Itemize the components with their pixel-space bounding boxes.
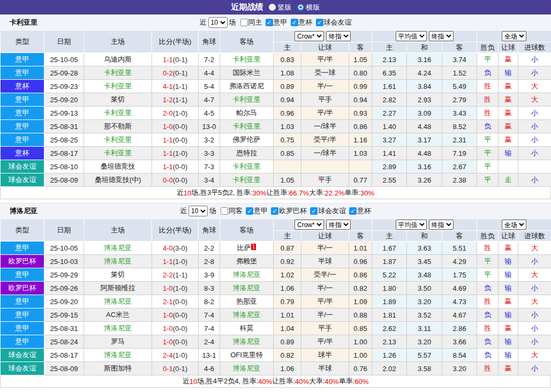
handicap-line: 平手 xyxy=(301,322,349,335)
summary-segment: 10 xyxy=(190,378,197,386)
bookmaker-select[interactable]: Crow* xyxy=(295,31,324,41)
match-count-select[interactable]: 10 xyxy=(208,17,228,28)
goals-result: 大 xyxy=(518,349,551,362)
match-date: 25-09-26 xyxy=(44,282,84,295)
home-team[interactable]: 斯图加特 xyxy=(84,362,152,375)
home-team[interactable]: 博洛尼亚 xyxy=(84,255,152,268)
home-team[interactable]: 博洛尼亚 xyxy=(84,349,152,362)
away-team[interactable]: 科莫 xyxy=(220,322,274,335)
league-checkbox[interactable]: ✓ xyxy=(291,19,298,26)
team-name: 卡利亚里 xyxy=(10,18,37,27)
average-select[interactable]: 平均值 xyxy=(396,220,427,230)
home-team[interactable]: 卡利亚里 xyxy=(84,80,152,93)
match-date: 25-09-29 xyxy=(44,268,84,282)
away-team[interactable]: 帕尔马 xyxy=(220,107,274,120)
match-row: 意甲25-10-05博洛尼亚4-0(3-0)2-2比萨10.87半/一1.011… xyxy=(1,242,551,255)
avg-away-odds: 4.29 xyxy=(442,255,477,268)
match-count-select[interactable]: 10 xyxy=(188,206,208,216)
avg-draw-odds: 4.24 xyxy=(407,66,442,80)
away-team[interactable]: 博洛尼亚 xyxy=(220,335,274,349)
match-row: 球会友谊25-08-10桑坦德竞技1-1(0-0)7-3卡利亚里2.893.16… xyxy=(1,160,551,174)
league-checkbox[interactable]: ✓ xyxy=(266,19,273,26)
handicap-away-odds: 0.80 xyxy=(349,66,372,80)
home-team[interactable]: 博洛尼亚 xyxy=(84,322,152,335)
away-team[interactable]: 博洛尼亚 xyxy=(220,308,274,322)
away-team[interactable]: 佛罗伦萨 xyxy=(220,133,274,147)
home-team[interactable]: 罗马 xyxy=(84,335,152,349)
home-team[interactable]: AC米兰 xyxy=(84,308,152,322)
home-team[interactable]: 卡利亚里 xyxy=(84,147,152,160)
away-team[interactable]: 热那亚 xyxy=(220,295,274,308)
home-team[interactable]: 阿斯顿维拉 xyxy=(84,282,152,295)
competition-badge: 意甲 xyxy=(1,66,44,80)
league-checkbox[interactable]: ✓ xyxy=(349,207,357,215)
handicap-result: 赢 xyxy=(499,107,518,120)
away-team[interactable]: 弗洛西诺尼 xyxy=(220,80,274,93)
competition-badge: 球会友谊 xyxy=(1,362,44,375)
avg-away-odds: 2.86 xyxy=(442,322,477,335)
handicap-result: 输 xyxy=(499,147,518,160)
home-team[interactable]: 卡利亚里 xyxy=(84,107,152,120)
avg-draw-odds: 5.57 xyxy=(407,349,442,362)
league-checkbox[interactable]: ✓ xyxy=(246,207,253,215)
horizontal-layout-radio[interactable] xyxy=(297,4,304,11)
home-team[interactable]: 莱切 xyxy=(84,268,152,282)
away-team[interactable]: 卡利亚里 xyxy=(220,53,274,66)
bookmaker-select[interactable]: Crow* xyxy=(295,220,324,230)
avg-away-odds: 3.74 xyxy=(442,53,477,66)
vertical-layout-radio[interactable] xyxy=(269,4,276,11)
score: 4-1(1-1) xyxy=(152,80,199,93)
away-team[interactable]: 卡利亚里 xyxy=(220,174,274,187)
home-team[interactable]: 那不勒斯 xyxy=(84,120,152,133)
away-team[interactable]: 卡利亚里 xyxy=(220,93,274,107)
away-team[interactable]: 比萨1 xyxy=(220,242,274,255)
home-team[interactable]: 桑坦德竞技 xyxy=(84,160,152,174)
scope-select[interactable]: 全场 xyxy=(502,31,526,41)
scope-select[interactable]: 全场 xyxy=(502,220,526,230)
home-team[interactable]: 博洛尼亚 xyxy=(84,242,152,255)
away-team[interactable]: 博洛尼亚 xyxy=(220,282,274,295)
away-team[interactable]: 博洛尼亚 xyxy=(220,362,274,375)
same-venue-checkbox[interactable] xyxy=(221,207,228,215)
col-type: 类型 xyxy=(1,219,44,242)
handicap-line: 平手 xyxy=(301,93,349,107)
away-team[interactable]: 弗赖堡 xyxy=(220,255,274,268)
away-team[interactable]: OFI克里特 xyxy=(220,349,274,362)
league-checkbox[interactable]: ✓ xyxy=(271,207,278,215)
match-date: 25-08-09 xyxy=(44,174,84,187)
home-team[interactable]: 桑坦德竞技(中) xyxy=(84,174,152,187)
avg-home-odds: 1.40 xyxy=(372,120,407,133)
handicap-result: 赢 xyxy=(499,362,518,375)
away-team[interactable]: 卡利亚里 xyxy=(220,160,274,174)
away-team[interactable]: 卡利亚里 xyxy=(220,120,274,133)
league-checkbox[interactable]: ✓ xyxy=(310,207,318,215)
score: 2-1(0-0) xyxy=(152,295,199,308)
outcome-result: 胜 xyxy=(477,80,499,93)
league-checkbox[interactable]: ✓ xyxy=(316,19,323,26)
away-team[interactable]: 国际米兰 xyxy=(220,66,274,80)
away-team[interactable]: 恩特拉 xyxy=(220,147,274,160)
handicap-away-odds: 0.85 xyxy=(349,322,372,335)
average-final-select[interactable]: 终指 xyxy=(429,31,454,41)
summary-segment: 场,胜3平5负2, 胜率: xyxy=(191,188,252,198)
average-final-select[interactable]: 终指 xyxy=(429,220,454,230)
home-team[interactable]: 卡利亚里 xyxy=(84,66,152,80)
handicap-line: 半球 xyxy=(301,255,349,268)
average-select[interactable]: 平均值 xyxy=(396,31,427,41)
col-corner: 角球 xyxy=(199,31,220,53)
home-team[interactable]: 博洛尼亚 xyxy=(84,295,152,308)
avg-draw-odds: 4.48 xyxy=(407,147,442,160)
summary-segment: 让胜率: xyxy=(266,188,289,198)
away-team[interactable]: 博洛尼亚 xyxy=(220,268,274,282)
final-odds-select[interactable]: 终指 xyxy=(326,220,351,230)
home-team[interactable]: 乌迪内斯 xyxy=(84,53,152,66)
home-team[interactable]: 卡利亚里 xyxy=(84,133,152,147)
outcome-result: 负 xyxy=(477,335,499,349)
outcome-result: 负 xyxy=(477,308,499,322)
col-avg-home: 主 xyxy=(372,42,407,53)
score: 1-1(0-1) xyxy=(152,53,199,66)
avg-away-odds: 5.51 xyxy=(442,242,477,255)
home-team[interactable]: 莱切 xyxy=(84,93,152,107)
final-odds-select[interactable]: 终指 xyxy=(326,31,351,41)
same-venue-checkbox[interactable] xyxy=(240,19,248,26)
